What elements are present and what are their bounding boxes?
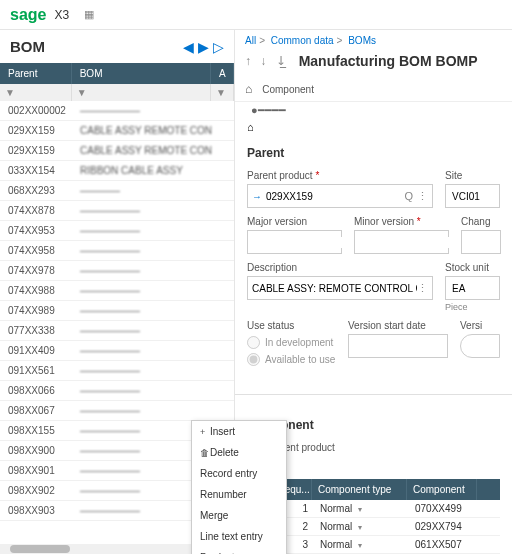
- col-component-type[interactable]: Component type: [312, 479, 407, 500]
- left-grid-header: Parent BOM A: [0, 63, 234, 84]
- context-menu: +Insert 🗑Delete Record entry Renumber Me…: [191, 420, 287, 554]
- site-field[interactable]: [445, 184, 500, 208]
- label-minor-version: Minor version *: [354, 216, 449, 227]
- col-header-a[interactable]: A: [211, 63, 234, 84]
- top-bar: sage X3 ▦: [0, 0, 512, 30]
- breadcrumb-item[interactable]: All: [245, 35, 256, 46]
- table-row: 074XX953——————: [0, 221, 234, 241]
- label-use-status: Use status: [247, 320, 336, 331]
- tab-bar: ⌂ Component: [235, 77, 512, 102]
- table-row: 098XX067——————: [0, 401, 234, 421]
- section-title-parent: Parent: [247, 146, 500, 160]
- page-title: Manufacturing BOM BOMP: [299, 53, 478, 69]
- filter-a[interactable]: ▼: [211, 84, 234, 101]
- stock-unit-note: Piece: [445, 302, 500, 312]
- left-panel-title: BOM: [10, 38, 45, 55]
- nav-next-icon[interactable]: ▶: [198, 39, 209, 55]
- nav-play-icon[interactable]: ▷: [213, 39, 224, 55]
- section-home-icon[interactable]: ⌂: [247, 121, 254, 133]
- table-row: 091XX561——————: [0, 361, 234, 381]
- breadcrumb-item[interactable]: Common data: [271, 35, 334, 46]
- version-start-field[interactable]: [348, 334, 448, 358]
- menu-merge[interactable]: Merge: [192, 505, 286, 526]
- table-row: 091XX409——————: [0, 341, 234, 361]
- label-change: Chang: [461, 216, 501, 227]
- label-parent-product: Parent product *: [247, 170, 433, 181]
- filter-bom[interactable]: ▼: [72, 84, 211, 101]
- table-row: 074XX989——————: [0, 301, 234, 321]
- calendar-icon[interactable]: ▦: [84, 8, 94, 21]
- label-version: Versi: [460, 320, 500, 331]
- stock-unit-field[interactable]: [445, 276, 500, 300]
- brand-logo: sage: [10, 6, 46, 24]
- table-row: 074XX988——————: [0, 281, 234, 301]
- label-description: Description: [247, 262, 433, 273]
- search-icon[interactable]: Q: [404, 190, 413, 203]
- table-row: 029XX159CABLE ASSY REMOTE CONTROL CAB: [0, 141, 234, 161]
- table-row: 074XX958——————: [0, 241, 234, 261]
- menu-insert[interactable]: +Insert: [192, 421, 286, 442]
- timeline-dot: ●━━━━: [235, 102, 512, 119]
- table-row: 074XX878——————: [0, 201, 234, 221]
- breadcrumb-item[interactable]: BOMs: [348, 35, 376, 46]
- col-header-bom[interactable]: BOM: [72, 63, 211, 84]
- parent-section: Parent Parent product * → Q ⋮ Site: [235, 133, 512, 384]
- nav-prev-icon[interactable]: ◀: [183, 39, 194, 55]
- label-major-version: Major version: [247, 216, 342, 227]
- input-parent-product[interactable]: → Q ⋮: [247, 184, 433, 208]
- label-stock-unit: Stock unit: [445, 262, 500, 273]
- menu-renumber[interactable]: Renumber: [192, 484, 286, 505]
- label-version-start: Version start date: [348, 320, 448, 331]
- change-field[interactable]: [461, 230, 501, 254]
- table-row: 074XX978——————: [0, 261, 234, 281]
- divider: [235, 394, 512, 395]
- tab-component[interactable]: Component: [262, 84, 314, 95]
- record-nav[interactable]: ↑ ↓ ↓̲: [245, 54, 289, 68]
- version-field[interactable]: [460, 334, 500, 358]
- breadcrumb: All> Common data> BOMs: [235, 30, 512, 51]
- table-row: 068XX293————: [0, 181, 234, 201]
- filter-row: ▼ ▼ ▼: [0, 84, 234, 101]
- table-row: 098XX066——————: [0, 381, 234, 401]
- menu-product[interactable]: Product: [192, 547, 286, 554]
- radio-in-development[interactable]: In development: [247, 336, 336, 349]
- col-component[interactable]: Component: [407, 479, 477, 500]
- table-row: 002XX00002——————: [0, 101, 234, 121]
- h-scrollbar-thumb[interactable]: [10, 545, 70, 553]
- major-version-field[interactable]: ⋮: [247, 230, 342, 254]
- table-row: 077XX338——————: [0, 321, 234, 341]
- table-row: 033XX154RIBBON CABLE ASSY: [0, 161, 234, 181]
- label-site: Site: [445, 170, 500, 181]
- filter-parent[interactable]: ▼: [0, 84, 72, 101]
- home-icon[interactable]: ⌂: [245, 82, 252, 96]
- menu-line-text-entry[interactable]: Line text entry: [192, 526, 286, 547]
- col-header-parent[interactable]: Parent: [0, 63, 72, 84]
- parent-product-field[interactable]: [266, 191, 404, 202]
- radio-available[interactable]: Available to use: [247, 353, 336, 366]
- product-name: X3: [54, 8, 69, 22]
- minor-version-field[interactable]: ⋮: [354, 230, 449, 254]
- menu-icon[interactable]: ⋮: [417, 190, 428, 203]
- menu-delete[interactable]: 🗑Delete: [192, 442, 286, 463]
- description-field[interactable]: ⋮: [247, 276, 433, 300]
- table-row: 029XX159CABLE ASSY REMOTE CONTROL CAB: [0, 121, 234, 141]
- menu-record-entry[interactable]: Record entry: [192, 463, 286, 484]
- nav-arrow-icon[interactable]: →: [252, 191, 262, 202]
